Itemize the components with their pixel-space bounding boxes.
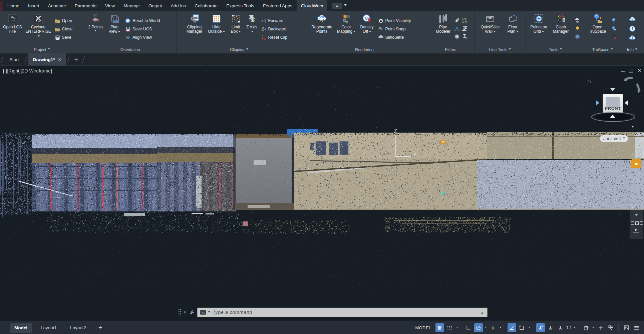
point-snap-button[interactable]: Point Snap (377, 25, 420, 33)
new-layout-button[interactable]: + (95, 324, 105, 331)
panel-title-project[interactable]: Project (0, 46, 84, 53)
z-axis-button[interactable]: Z Z Axis (245, 12, 259, 46)
color-mapping-button[interactable]: Color Mapping (336, 12, 357, 46)
fitter-patch-button[interactable] (461, 17, 468, 25)
save-button[interactable]: Save (54, 33, 82, 42)
menu-parametric[interactable]: Parametric (70, 0, 101, 11)
silhouette-button[interactable]: Silhouette (377, 33, 420, 42)
model-tab[interactable]: Model (10, 323, 32, 333)
annotation-scale-flyout-button[interactable] (556, 323, 565, 332)
hide-outside-button[interactable]: Hide Outside (206, 12, 227, 46)
align-view-button[interactable]: Align View (124, 33, 174, 42)
close-icon[interactable]: ✕ (637, 68, 641, 72)
menu-annotate[interactable]: Annotate (44, 0, 70, 11)
about-button[interactable]: i (629, 34, 636, 43)
layout2-tab[interactable]: Layout2 (66, 323, 90, 333)
menu-view[interactable]: View (101, 0, 119, 11)
annotation-autoscale-button[interactable] (546, 323, 555, 332)
help-button[interactable]: ? (629, 16, 636, 24)
viewcube-right-arrow[interactable] (625, 100, 628, 106)
viewcube-top-arrow[interactable] (610, 88, 615, 91)
panel-title-orientation[interactable]: Orientation (84, 46, 176, 53)
strip-play-button[interactable] (633, 227, 639, 232)
isometric-drafting-button[interactable] (489, 323, 498, 332)
annotation-visibility-button[interactable] (536, 323, 545, 332)
panel-title-fitters[interactable]: Fitters (427, 46, 474, 53)
menu-home[interactable]: Home (3, 0, 24, 11)
point-visibility-button[interactable]: Point Visibility (377, 17, 420, 25)
save-ucs-button[interactable]: Save UCS (124, 25, 174, 33)
status-menu-button[interactable] (632, 323, 641, 332)
tools-extra-2-button[interactable] (573, 25, 583, 33)
viewport-controls-label[interactable]: [-][Right][2D Wireframe] (3, 68, 52, 73)
polar-caret-icon[interactable] (485, 327, 487, 329)
orbit-arrows-icon[interactable] (621, 76, 641, 97)
open-button[interactable]: Open (54, 17, 82, 25)
viewcube-bottom-arrow[interactable] (610, 115, 615, 118)
fitter-sphere-button[interactable] (454, 33, 460, 41)
menu-express-tools[interactable]: Express Tools (222, 0, 259, 11)
menu-featured-apps[interactable]: Featured Apps (259, 0, 297, 11)
menu-insert[interactable]: Insert (24, 0, 44, 11)
truspace-extra-3-button[interactable]: 0 (609, 33, 619, 41)
cyclone-enterprise-button[interactable]: CYE Cyclone ENTERPRISE (24, 12, 53, 46)
drawing-viewport[interactable]: [-][Right][2D Wireframe] ✕ ⌂ FRONT Z (0, 65, 644, 321)
viewcube-front-face[interactable]: FRONT (603, 106, 623, 111)
menu-cloudworx[interactable]: CloudWorx (297, 0, 328, 11)
open-truspace-button[interactable]: Open TruSpace (587, 12, 608, 46)
panel-title-line-tools[interactable]: Line-Tools (474, 46, 526, 53)
fitter-steel-button[interactable] (461, 25, 468, 33)
viewcube[interactable]: FRONT (603, 94, 623, 113)
grid-display-button[interactable] (435, 323, 444, 332)
quickslice-wall-button[interactable]: 1 x QuickSlice Wall (478, 12, 503, 46)
panel-title-clipping[interactable]: Clipping (177, 46, 302, 53)
density-button[interactable]: 0 Density Off (358, 12, 376, 46)
menu-output[interactable]: Output (144, 0, 167, 11)
clipping-manager-button[interactable]: Clipping Manager (184, 12, 205, 46)
strip-pages-icon[interactable] (631, 221, 643, 225)
osnap-caret-icon[interactable] (528, 327, 530, 329)
plan-view-button[interactable]: Plan View (106, 12, 123, 46)
points-on-grid-button[interactable]: Points on Grid (529, 12, 549, 46)
truspace-extra-2-button[interactable] (609, 25, 619, 33)
viewcube-left-arrow[interactable] (596, 100, 599, 106)
tools-extra-3-button[interactable] (573, 33, 583, 41)
panel-title-rendering[interactable]: Rendering (302, 46, 427, 53)
layout1-tab[interactable]: Layout1 (36, 323, 61, 333)
fitter-beam-button[interactable] (461, 33, 468, 41)
polar-tracking-button[interactable] (474, 323, 483, 332)
object-snap-tracking-button[interactable] (508, 323, 516, 332)
warning-button[interactable]: ! (629, 25, 636, 33)
menu-manage[interactable]: Manage (119, 0, 144, 11)
iso-caret-icon[interactable] (500, 327, 502, 329)
open-lgs-file-button[interactable]: LGS Open LGS File (2, 12, 23, 46)
ribbon-collapse-control[interactable] (332, 0, 347, 11)
clip-backward-button[interactable]: Backward (260, 25, 295, 33)
minimize-icon[interactable] (621, 71, 625, 72)
wrench-icon[interactable] (189, 310, 195, 315)
scan-target-sticker[interactable]: ⇄ (631, 159, 641, 168)
restore-icon[interactable] (629, 69, 633, 72)
command-input[interactable]: >_ Type a command ▲ (197, 308, 488, 317)
strip-caret-icon[interactable] (635, 214, 638, 218)
point-cloud-canvas[interactable] (0, 66, 644, 321)
close-drawing-icon[interactable]: ✕ (58, 57, 62, 62)
panel-title-truspace[interactable]: TruSpace (585, 46, 620, 53)
floor-plan-button[interactable]: Floor Plan (504, 12, 522, 46)
drawing1-tab[interactable]: Drawing1* ✕ (28, 53, 66, 65)
two-points-button[interactable]: z 2 Points (86, 12, 105, 46)
panel-title-tools[interactable]: Tools (526, 46, 585, 53)
isolate-objects-button[interactable] (606, 323, 615, 332)
snap-caret-icon[interactable] (456, 327, 458, 329)
tools-extra-1-button[interactable] (573, 17, 583, 25)
new-drawing-button[interactable]: + (71, 53, 81, 65)
truspace-extra-1-button[interactable] (609, 17, 619, 25)
limit-box-button[interactable]: Limit Box (228, 12, 244, 46)
reset-clip-button[interactable]: Reset Clip (260, 33, 295, 42)
workspace-caret-icon[interactable] (592, 327, 594, 329)
command-bar-grip[interactable] (178, 308, 181, 316)
workspace-button[interactable] (582, 323, 590, 332)
fullscreen-button[interactable] (622, 323, 631, 332)
viewcube-menu-caret[interactable] (632, 123, 634, 129)
customization-button[interactable] (596, 323, 605, 332)
